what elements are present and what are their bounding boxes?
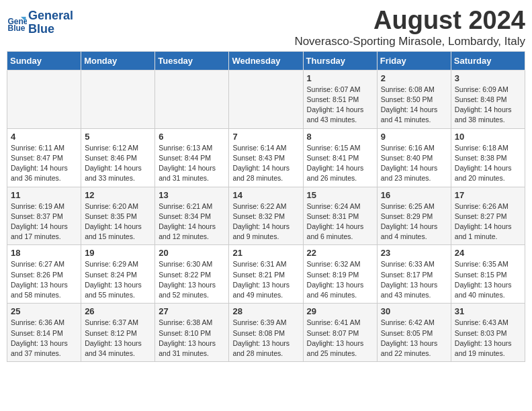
weekday-header-monday: Monday bbox=[81, 51, 155, 70]
day-info: Sunrise: 6:11 AMSunset: 8:47 PMDaylight:… bbox=[11, 143, 77, 184]
calendar-cell: 11Sunrise: 6:19 AMSunset: 8:37 PMDayligh… bbox=[7, 187, 81, 245]
day-info: Sunrise: 6:31 AMSunset: 8:21 PMDaylight:… bbox=[232, 259, 299, 300]
calendar-cell: 24Sunrise: 6:35 AMSunset: 8:15 PMDayligh… bbox=[451, 245, 525, 304]
calendar-cell: 20Sunrise: 6:30 AMSunset: 8:22 PMDayligh… bbox=[155, 245, 229, 304]
day-info: Sunrise: 6:43 AMSunset: 8:03 PMDaylight:… bbox=[455, 318, 521, 359]
day-number: 13 bbox=[159, 190, 225, 200]
day-info: Sunrise: 6:32 AMSunset: 8:19 PMDaylight:… bbox=[307, 259, 373, 300]
day-number: 28 bbox=[232, 306, 299, 316]
day-info: Sunrise: 6:38 AMSunset: 8:10 PMDaylight:… bbox=[159, 318, 225, 359]
calendar-table: SundayMondayTuesdayWednesdayThursdayFrid… bbox=[7, 51, 525, 362]
title-block: August 2024 Noverasco-Sporting Mirasole,… bbox=[294, 7, 525, 48]
day-info: Sunrise: 6:37 AMSunset: 8:12 PMDaylight:… bbox=[85, 318, 151, 359]
day-number: 6 bbox=[159, 132, 225, 142]
day-info: Sunrise: 6:26 AMSunset: 8:27 PMDaylight:… bbox=[455, 201, 521, 242]
day-number: 16 bbox=[381, 190, 447, 200]
day-info: Sunrise: 6:12 AMSunset: 8:46 PMDaylight:… bbox=[85, 143, 151, 184]
day-number: 5 bbox=[85, 132, 151, 142]
calendar-cell: 2Sunrise: 6:08 AMSunset: 8:50 PMDaylight… bbox=[377, 70, 451, 128]
weekday-header-friday: Friday bbox=[377, 51, 451, 70]
day-info: Sunrise: 6:20 AMSunset: 8:35 PMDaylight:… bbox=[85, 201, 151, 242]
calendar-cell bbox=[155, 70, 229, 128]
day-number: 20 bbox=[159, 248, 225, 258]
day-info: Sunrise: 6:15 AMSunset: 8:41 PMDaylight:… bbox=[307, 143, 373, 184]
day-info: Sunrise: 6:21 AMSunset: 8:34 PMDaylight:… bbox=[159, 201, 225, 242]
calendar-cell: 25Sunrise: 6:36 AMSunset: 8:14 PMDayligh… bbox=[7, 304, 81, 362]
weekday-header-wednesday: Wednesday bbox=[229, 51, 303, 70]
weekday-header-row: SundayMondayTuesdayWednesdayThursdayFrid… bbox=[7, 51, 525, 70]
calendar-cell: 7Sunrise: 6:14 AMSunset: 8:43 PMDaylight… bbox=[229, 128, 303, 187]
calendar-cell bbox=[229, 70, 303, 128]
calendar-cell: 15Sunrise: 6:24 AMSunset: 8:31 PMDayligh… bbox=[303, 187, 377, 245]
page-header: General Blue General Blue August 2024 No… bbox=[7, 7, 525, 48]
calendar-cell: 19Sunrise: 6:29 AMSunset: 8:24 PMDayligh… bbox=[81, 245, 155, 304]
day-info: Sunrise: 6:13 AMSunset: 8:44 PMDaylight:… bbox=[159, 143, 225, 184]
calendar-cell: 31Sunrise: 6:43 AMSunset: 8:03 PMDayligh… bbox=[451, 304, 525, 362]
calendar-cell: 12Sunrise: 6:20 AMSunset: 8:35 PMDayligh… bbox=[81, 187, 155, 245]
day-info: Sunrise: 6:36 AMSunset: 8:14 PMDaylight:… bbox=[11, 318, 77, 359]
day-number: 26 bbox=[85, 306, 151, 316]
calendar-cell: 10Sunrise: 6:18 AMSunset: 8:38 PMDayligh… bbox=[451, 128, 525, 187]
day-number: 31 bbox=[455, 306, 521, 316]
calendar-cell: 27Sunrise: 6:38 AMSunset: 8:10 PMDayligh… bbox=[155, 304, 229, 362]
day-number: 30 bbox=[381, 306, 447, 316]
calendar-cell: 8Sunrise: 6:15 AMSunset: 8:41 PMDaylight… bbox=[303, 128, 377, 187]
weekday-header-tuesday: Tuesday bbox=[155, 51, 229, 70]
day-info: Sunrise: 6:24 AMSunset: 8:31 PMDaylight:… bbox=[307, 201, 373, 242]
calendar-cell: 13Sunrise: 6:21 AMSunset: 8:34 PMDayligh… bbox=[155, 187, 229, 245]
day-number: 22 bbox=[307, 248, 373, 258]
calendar-cell: 16Sunrise: 6:25 AMSunset: 8:29 PMDayligh… bbox=[377, 187, 451, 245]
day-info: Sunrise: 6:18 AMSunset: 8:38 PMDaylight:… bbox=[455, 143, 521, 184]
logo-icon: General Blue bbox=[7, 13, 27, 33]
day-info: Sunrise: 6:09 AMSunset: 8:48 PMDaylight:… bbox=[455, 85, 521, 126]
calendar-cell: 30Sunrise: 6:42 AMSunset: 8:05 PMDayligh… bbox=[377, 304, 451, 362]
calendar-week-5: 25Sunrise: 6:36 AMSunset: 8:14 PMDayligh… bbox=[7, 304, 525, 362]
day-number: 14 bbox=[232, 190, 299, 200]
day-number: 9 bbox=[381, 132, 447, 142]
calendar-cell: 29Sunrise: 6:41 AMSunset: 8:07 PMDayligh… bbox=[303, 304, 377, 362]
day-number: 10 bbox=[455, 132, 521, 142]
weekday-header-thursday: Thursday bbox=[303, 51, 377, 70]
svg-text:Blue: Blue bbox=[8, 24, 26, 33]
day-number: 21 bbox=[232, 248, 299, 258]
day-number: 2 bbox=[381, 73, 447, 83]
day-info: Sunrise: 6:39 AMSunset: 8:08 PMDaylight:… bbox=[232, 318, 299, 359]
day-number: 4 bbox=[11, 132, 77, 142]
day-number: 19 bbox=[85, 248, 151, 258]
day-info: Sunrise: 6:08 AMSunset: 8:50 PMDaylight:… bbox=[381, 85, 447, 126]
month-title: August 2024 bbox=[294, 7, 525, 35]
calendar-cell: 4Sunrise: 6:11 AMSunset: 8:47 PMDaylight… bbox=[7, 128, 81, 187]
calendar-cell bbox=[81, 70, 155, 128]
calendar-week-4: 18Sunrise: 6:27 AMSunset: 8:26 PMDayligh… bbox=[7, 245, 525, 304]
calendar-cell: 9Sunrise: 6:16 AMSunset: 8:40 PMDaylight… bbox=[377, 128, 451, 187]
day-number: 3 bbox=[455, 73, 521, 83]
day-number: 12 bbox=[85, 190, 151, 200]
day-number: 29 bbox=[307, 306, 373, 316]
calendar-cell bbox=[7, 70, 81, 128]
day-number: 17 bbox=[455, 190, 521, 200]
day-info: Sunrise: 6:19 AMSunset: 8:37 PMDaylight:… bbox=[11, 201, 77, 242]
day-info: Sunrise: 6:25 AMSunset: 8:29 PMDaylight:… bbox=[381, 201, 447, 242]
calendar-cell: 22Sunrise: 6:32 AMSunset: 8:19 PMDayligh… bbox=[303, 245, 377, 304]
day-number: 27 bbox=[159, 306, 225, 316]
calendar-cell: 6Sunrise: 6:13 AMSunset: 8:44 PMDaylight… bbox=[155, 128, 229, 187]
day-info: Sunrise: 6:41 AMSunset: 8:07 PMDaylight:… bbox=[307, 318, 373, 359]
logo: General Blue General Blue bbox=[7, 9, 73, 36]
calendar-week-1: 1Sunrise: 6:07 AMSunset: 8:51 PMDaylight… bbox=[7, 70, 525, 128]
day-number: 1 bbox=[307, 73, 373, 83]
calendar-cell: 18Sunrise: 6:27 AMSunset: 8:26 PMDayligh… bbox=[7, 245, 81, 304]
day-number: 7 bbox=[232, 132, 299, 142]
calendar-cell: 5Sunrise: 6:12 AMSunset: 8:46 PMDaylight… bbox=[81, 128, 155, 187]
calendar-cell: 1Sunrise: 6:07 AMSunset: 8:51 PMDaylight… bbox=[303, 70, 377, 128]
weekday-header-sunday: Sunday bbox=[7, 51, 81, 70]
day-info: Sunrise: 6:16 AMSunset: 8:40 PMDaylight:… bbox=[381, 143, 447, 184]
calendar-cell: 23Sunrise: 6:33 AMSunset: 8:17 PMDayligh… bbox=[377, 245, 451, 304]
day-info: Sunrise: 6:27 AMSunset: 8:26 PMDaylight:… bbox=[11, 259, 77, 300]
day-info: Sunrise: 6:22 AMSunset: 8:32 PMDaylight:… bbox=[232, 201, 299, 242]
calendar-cell: 14Sunrise: 6:22 AMSunset: 8:32 PMDayligh… bbox=[229, 187, 303, 245]
logo-text: General Blue bbox=[28, 9, 73, 36]
day-info: Sunrise: 6:30 AMSunset: 8:22 PMDaylight:… bbox=[159, 259, 225, 300]
day-number: 8 bbox=[307, 132, 373, 142]
day-number: 15 bbox=[307, 190, 373, 200]
day-number: 23 bbox=[381, 248, 447, 258]
